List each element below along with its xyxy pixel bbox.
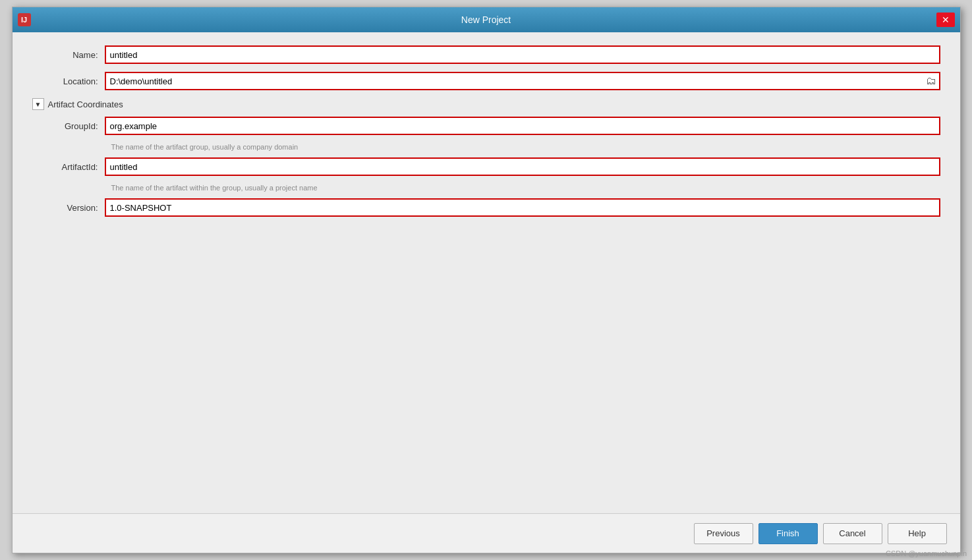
group-id-label: GroupId: (32, 121, 105, 131)
location-input[interactable] (105, 72, 940, 90)
dialog-title: New Project (461, 14, 511, 25)
name-label: Name: (32, 50, 105, 60)
artifact-id-input[interactable] (105, 157, 940, 176)
dialog-footer: Previous Finish Cancel Help (13, 513, 960, 553)
close-button[interactable]: ✕ (936, 13, 955, 27)
finish-button[interactable]: Finish (758, 523, 818, 544)
browse-folder-button[interactable]: 🗂 (923, 74, 939, 88)
location-input-wrap: 🗂 (105, 72, 940, 90)
app-icon-label: IJ (21, 16, 27, 24)
folder-icon: 🗂 (926, 75, 936, 86)
artifact-section: ▼ Artifact Coordinates GroupId: The name… (32, 98, 940, 217)
group-id-input[interactable] (105, 117, 940, 135)
name-row: Name: (32, 45, 940, 64)
group-id-hint: The name of the artifact group, usually … (111, 143, 940, 151)
artifact-section-title: Artifact Coordinates (48, 99, 123, 109)
artifact-header: ▼ Artifact Coordinates (32, 98, 940, 110)
cancel-button[interactable]: Cancel (823, 523, 882, 544)
title-bar: IJ New Project ✕ (13, 7, 960, 32)
previous-button[interactable]: Previous (694, 523, 753, 544)
app-icon: IJ (18, 13, 31, 26)
version-input[interactable] (105, 198, 940, 217)
group-id-row: GroupId: (32, 117, 940, 135)
artifact-id-hint: The name of the artifact within the grou… (111, 184, 940, 192)
new-project-dialog: IJ New Project ✕ Name: Location: 🗂 (12, 7, 961, 553)
title-bar-left: IJ (18, 13, 31, 26)
name-input[interactable] (105, 45, 940, 64)
location-row: Location: 🗂 (32, 72, 940, 90)
dialog-content: Name: Location: 🗂 ▼ Artifact Coordinates (13, 32, 960, 513)
artifact-id-label: ArtifactId: (32, 162, 105, 172)
watermark: CSDN @yuanmuchunpin (886, 549, 967, 557)
collapse-button[interactable]: ▼ (32, 98, 44, 110)
location-label: Location: (32, 76, 105, 86)
artifact-id-row: ArtifactId: (32, 157, 940, 176)
collapse-icon: ▼ (35, 101, 42, 108)
version-row: Version: (32, 198, 940, 217)
version-label: Version: (32, 203, 105, 213)
help-button[interactable]: Help (888, 523, 947, 544)
artifact-fields: GroupId: The name of the artifact group,… (32, 117, 940, 217)
